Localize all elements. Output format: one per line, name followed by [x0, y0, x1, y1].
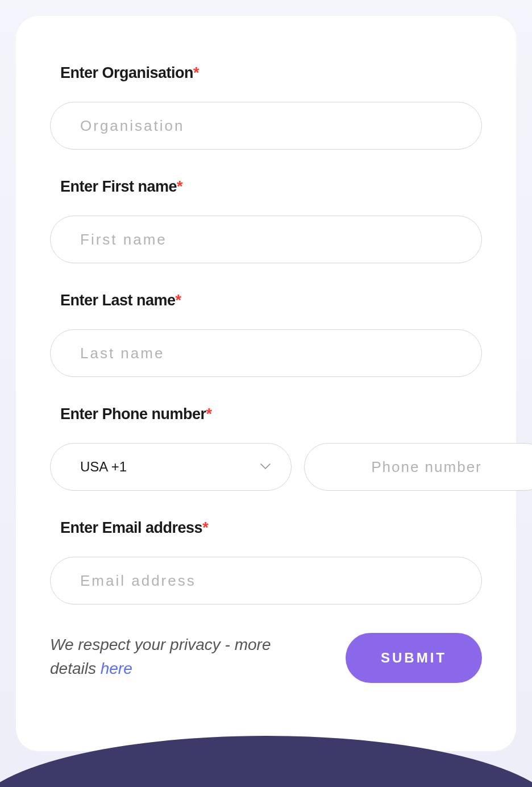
- phone-label: Enter Phone number*: [50, 405, 482, 423]
- firstname-input[interactable]: [50, 216, 482, 263]
- organisation-label: Enter Organisation*: [50, 64, 482, 82]
- country-code-select[interactable]: USA +1: [50, 443, 292, 491]
- organisation-group: Enter Organisation*: [50, 64, 482, 150]
- bottom-decorative-curve: [0, 736, 532, 787]
- phone-input[interactable]: [304, 443, 532, 491]
- email-group: Enter Email address*: [50, 519, 482, 604]
- phone-row: USA +1: [50, 443, 482, 491]
- country-select-wrapper: USA +1: [50, 443, 292, 491]
- privacy-text: We respect your privacy - more details h…: [50, 633, 300, 681]
- privacy-link[interactable]: here: [101, 660, 132, 677]
- required-star: *: [193, 64, 199, 81]
- required-star: *: [202, 519, 208, 536]
- firstname-label-text: Enter First name: [60, 178, 177, 195]
- firstname-label: Enter First name*: [50, 178, 482, 196]
- firstname-group: Enter First name*: [50, 178, 482, 263]
- email-label: Enter Email address*: [50, 519, 482, 537]
- form-card: Enter Organisation* Enter First name* En…: [16, 16, 516, 751]
- required-star: *: [206, 405, 212, 423]
- phone-group: Enter Phone number* USA +1: [50, 405, 482, 491]
- email-label-text: Enter Email address: [60, 519, 202, 536]
- lastname-label-text: Enter Last name: [60, 292, 176, 309]
- required-star: *: [177, 178, 182, 195]
- organisation-input[interactable]: [50, 102, 482, 150]
- footer-row: We respect your privacy - more details h…: [50, 633, 482, 683]
- privacy-text-before: We respect your privacy - more details: [50, 636, 271, 677]
- required-star: *: [176, 292, 181, 309]
- lastname-input[interactable]: [50, 329, 482, 377]
- lastname-group: Enter Last name*: [50, 292, 482, 377]
- phone-label-text: Enter Phone number: [60, 405, 206, 423]
- lastname-label: Enter Last name*: [50, 292, 482, 309]
- country-code-value: USA +1: [80, 459, 127, 474]
- organisation-label-text: Enter Organisation: [60, 64, 193, 81]
- submit-button[interactable]: SUBMIT: [346, 633, 482, 683]
- email-input[interactable]: [50, 557, 482, 604]
